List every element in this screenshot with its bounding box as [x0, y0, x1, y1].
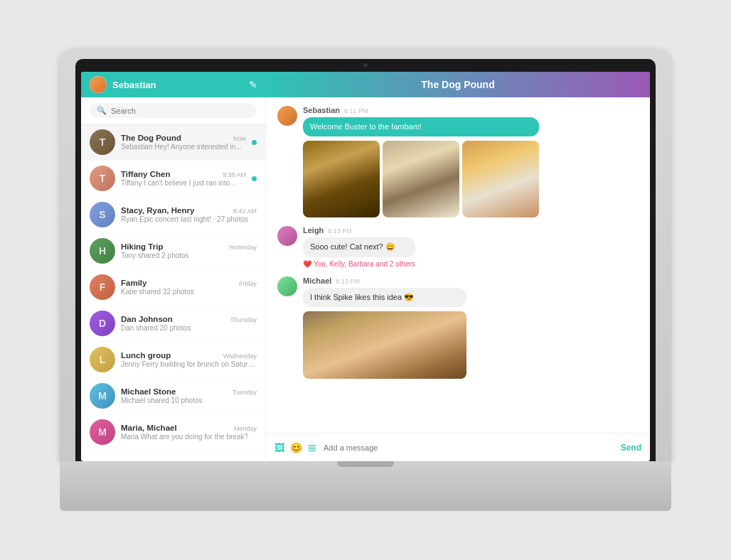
conv-info-tiffany: Tiffany Chen9:38 AMTiffany I can't belie…	[121, 170, 246, 187]
conv-info-family: FamilyFridayKatie shared 32 photos	[121, 279, 257, 296]
webcam	[363, 63, 368, 68]
conv-info-hiking: Hiking TripYesterdayTony shared 2 photos	[121, 242, 257, 259]
chat-messages: Sebastian 6:11 PM Welcome Buster to the …	[266, 97, 650, 433]
conv-name-lunch: Lunch group	[121, 351, 171, 360]
dog-image-1	[303, 141, 380, 217]
conv-avatar-family: F	[90, 274, 115, 300]
attachment-icon[interactable]: ⊞	[308, 442, 316, 453]
conv-time-family: Friday	[239, 280, 257, 287]
send-button[interactable]: Send	[621, 443, 641, 453]
conv-info-dan: Dan JohnsonThursdayDan shared 20 photos	[121, 315, 257, 332]
conv-info-lunch: Lunch groupWednesdayJenny Ferry building…	[121, 351, 257, 368]
message-group-leigh: Leigh 6:13 PM Sooo cute! Cat next? 😄 ❤️ …	[277, 226, 639, 267]
conv-name-family: Family	[121, 279, 146, 287]
header-avatar	[90, 76, 107, 93]
message-images	[303, 141, 539, 217]
message-input[interactable]	[324, 443, 614, 452]
conv-avatar-lunch: L	[90, 347, 115, 372]
conv-name-dog-pound: The Dog Pound	[121, 134, 181, 142]
chat-area: Sebastian 6:11 PM Welcome Buster to the …	[266, 97, 650, 461]
leigh-avatar	[277, 226, 297, 246]
laptop-base	[60, 461, 671, 511]
conv-avatar-maria: M	[90, 419, 115, 445]
app: Sebastian ✎ The Dog Pound	[81, 72, 650, 461]
conv-time-lunch: Wednesday	[223, 352, 257, 360]
conv-time-maria: Monday	[234, 425, 257, 432]
conv-info-maria: Maria, MichaelMondayMaria What are you d…	[121, 424, 257, 441]
search-icon: 🔍	[97, 106, 107, 115]
conversation-item-hiking[interactable]: HHiking TripYesterdayTony shared 2 photo…	[81, 233, 265, 269]
conv-preview-lunch: Jenny Ferry building for brunch on Satur…	[121, 360, 257, 368]
conv-avatar-dog-pound: T	[90, 129, 115, 155]
laptop-body: Sebastian ✎ The Dog Pound	[60, 49, 671, 461]
image-icon[interactable]: 🖼	[274, 442, 284, 453]
sidebar: 🔍 TThe Dog PoundNowSebastian Hey! Anyone…	[81, 97, 266, 461]
reaction-text: You, Kelly, Barbara and 2 others	[314, 260, 415, 268]
conv-time-michael-stone: Tuesday	[233, 389, 257, 396]
conversation-item-maria[interactable]: MMaria, MichaelMondayMaria What are you …	[81, 414, 265, 451]
emoji-icon[interactable]: 😊	[290, 442, 302, 453]
conv-time-tiffany: 9:38 AM	[223, 171, 246, 178]
dog-image-2	[383, 141, 459, 217]
laptop-screen-outer: Sebastian ✎ The Dog Pound	[75, 59, 656, 461]
conv-name-michael-stone: Michael Stone	[121, 387, 176, 396]
conv-time-dan: Thursday	[230, 316, 257, 323]
search-input[interactable]	[111, 107, 250, 115]
conv-time-hiking: Yesterday	[228, 244, 257, 251]
search-bar: 🔍	[81, 97, 265, 124]
conversation-item-family[interactable]: FFamilyFridayKatie shared 32 photos	[81, 269, 265, 306]
sender-name: Sebastian	[303, 106, 340, 114]
conversation-list: TThe Dog PoundNowSebastian Hey! Anyone i…	[81, 124, 265, 461]
conv-avatar-stacy: S	[90, 202, 115, 227]
edit-icon[interactable]: ✎	[249, 79, 257, 90]
dog-image-4	[303, 311, 466, 379]
sender-name: Leigh	[303, 226, 324, 235]
header-left: Sebastian ✎	[81, 72, 266, 97]
unread-dot-dog-pound	[252, 140, 257, 145]
sender-row: Michael 6:13 PM	[303, 276, 466, 285]
conv-name-maria: Maria, Michael	[121, 424, 177, 432]
conv-preview-dan: Dan shared 20 photos	[121, 324, 257, 332]
message-group-sebastian: Sebastian 6:11 PM Welcome Buster to the …	[277, 106, 639, 217]
laptop-screen: Sebastian ✎ The Dog Pound	[81, 72, 650, 461]
conv-time-dog-pound: Now	[233, 135, 246, 142]
conv-preview-dog-pound: Sebastian Hey! Anyone interested in...	[121, 143, 246, 151]
conversation-item-tiffany[interactable]: TTiffany Chen9:38 AMTiffany I can't beli…	[81, 161, 265, 197]
conversation-item-lunch[interactable]: LLunch groupWednesdayJenny Ferry buildin…	[81, 342, 265, 378]
conv-info-michael-stone: Michael StoneTuesdayMichael shared 10 ph…	[121, 387, 257, 404]
conv-name-hiking: Hiking Trip	[121, 242, 163, 251]
msg-time: 6:13 PM	[328, 227, 352, 235]
sender-name: Michael	[303, 276, 331, 285]
conv-name-stacy: Stacy, Ryan, Henry	[121, 206, 194, 215]
conv-avatar-michael-stone: M	[90, 383, 115, 409]
conv-preview-tiffany: Tiffany I can't believe I just ran into.…	[121, 179, 246, 187]
header-right: The Dog Pound	[266, 72, 650, 97]
message-bubble: I think Spike likes this idea 😎	[303, 288, 466, 307]
conv-name-dan: Dan Johnson	[121, 315, 173, 323]
msg-time: 6:11 PM	[344, 107, 368, 114]
message-group-michael: Michael 6:13 PM I think Spike likes this…	[277, 276, 639, 379]
sender-row: Sebastian 6:11 PM	[303, 106, 539, 114]
conv-name-tiffany: Tiffany Chen	[121, 170, 170, 178]
conv-preview-family: Katie shared 32 photos	[121, 288, 257, 296]
message-bubble: Welcome Buster to the fambam!	[303, 117, 539, 136]
conv-info-dog-pound: The Dog PoundNowSebastian Hey! Anyone in…	[121, 134, 246, 151]
sebastian-message-content: Sebastian 6:11 PM Welcome Buster to the …	[303, 106, 539, 217]
input-icons: 🖼 😊 ⊞	[274, 442, 316, 453]
conversation-item-dan[interactable]: DDan JohnsonThursdayDan shared 20 photos	[81, 306, 265, 342]
app-body: 🔍 TThe Dog PoundNowSebastian Hey! Anyone…	[81, 97, 650, 461]
michael-avatar	[277, 276, 297, 296]
conv-avatar-hiking: H	[90, 238, 115, 264]
conv-preview-michael-stone: Michael shared 10 photos	[121, 397, 257, 404]
message-images	[303, 311, 466, 379]
search-input-wrap[interactable]: 🔍	[90, 103, 257, 118]
conversation-item-dog-pound[interactable]: TThe Dog PoundNowSebastian Hey! Anyone i…	[81, 124, 265, 161]
laptop-wrapper: Sebastian ✎ The Dog Pound	[60, 49, 671, 511]
msg-reactions: ❤️ You, Kelly, Barbara and 2 others	[303, 260, 415, 268]
header-username: Sebastian	[112, 80, 243, 90]
conversation-item-michael-stone[interactable]: MMichael StoneTuesdayMichael shared 10 p…	[81, 378, 265, 414]
sender-row: Leigh 6:13 PM	[303, 226, 415, 235]
michael-message-content: Michael 6:13 PM I think Spike likes this…	[303, 276, 466, 379]
conversation-item-stacy[interactable]: SStacy, Ryan, Henry8:42 AMRyan Epic conc…	[81, 197, 265, 233]
header-chat-title: The Dog Pound	[421, 79, 494, 90]
